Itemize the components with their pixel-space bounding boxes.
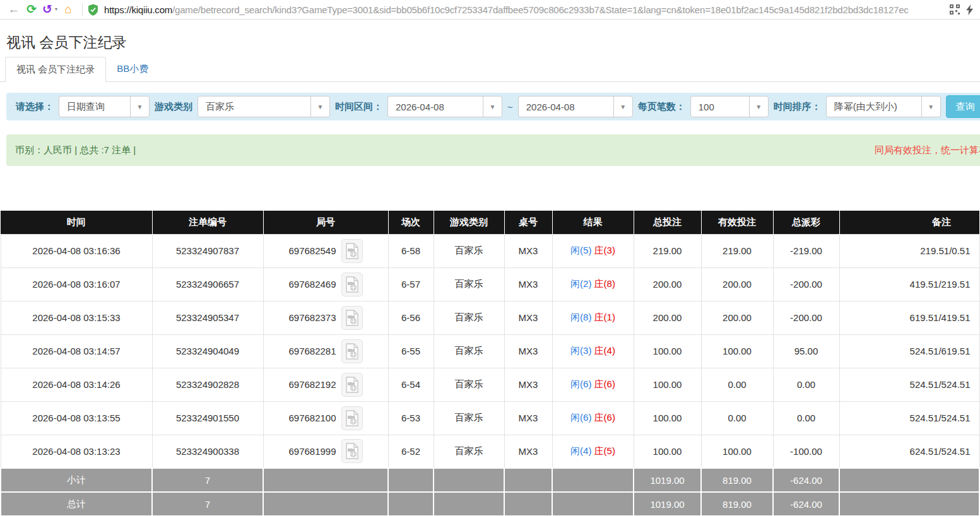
cell-bet-id: 523324907837 <box>152 234 263 267</box>
cell-total-bet: 100.00 <box>634 435 701 468</box>
cell-valid-bet: 200.00 <box>701 267 773 301</box>
result-player: 闲(6) <box>570 378 591 389</box>
date-from-select[interactable]: 2026-04-08 ▼ <box>387 96 502 117</box>
cell-empty <box>263 468 388 492</box>
cell-remark: 619.51/419.51 <box>839 301 979 334</box>
video-replay-button[interactable] <box>341 273 363 296</box>
cell-round: 697682469 <box>263 267 388 301</box>
cell-payout: 95.00 <box>773 334 839 368</box>
cell-summary-payout: -624.00 <box>773 468 839 492</box>
cell-bet-id: 523324906657 <box>152 267 263 301</box>
bet-records-table: 时间注单编号局号场次游戏类别桌号结果总投注有效投注总派彩备注 2026-04-0… <box>0 211 980 516</box>
column-header: 备注 <box>839 211 979 234</box>
date-to-select[interactable]: 2026-04-08 ▼ <box>518 96 633 117</box>
cell-table-no: MX3 <box>504 334 552 368</box>
video-replay-button[interactable] <box>341 406 363 430</box>
tab-video-bet-records[interactable]: 视讯 会员下注纪录 <box>5 57 106 82</box>
round-number: 697682469 <box>288 279 336 290</box>
sort-select[interactable]: 降幂(由大到小) ▼ <box>826 96 941 117</box>
toolbar-divider <box>82 3 83 16</box>
cell-empty <box>504 492 552 516</box>
column-header: 总投注 <box>634 211 701 234</box>
back-icon[interactable]: ← <box>5 0 23 19</box>
cell-game-type: 百家乐 <box>434 401 504 435</box>
result-banker: 庄(4) <box>594 345 615 356</box>
game-type-label: 游戏类别 <box>155 101 192 113</box>
table-row: 2026-04-08 03:14:57523324904049697682281… <box>1 334 979 368</box>
lightning-icon[interactable] <box>966 4 974 15</box>
cell-table-no: MX3 <box>504 267 552 301</box>
round-number: 697682373 <box>288 312 336 323</box>
table-row: 2026-04-08 03:15:33523324905347697682373… <box>1 301 979 334</box>
chevron-down-icon: ▼ <box>921 97 940 117</box>
undo-icon[interactable]: ↺ <box>40 0 54 19</box>
video-replay-button[interactable] <box>341 373 363 397</box>
video-file-icon <box>345 443 359 459</box>
page-size-label: 每页笔数： <box>638 101 685 113</box>
cell-payout: -100.00 <box>773 435 839 468</box>
cell-table-no: MX3 <box>504 301 552 334</box>
cell-empty <box>263 492 388 516</box>
currency-total-text: 币别：人民币 | 总共 :7 注单 | <box>15 144 136 156</box>
cell-time: 2026-04-08 03:14:57 <box>1 334 152 368</box>
cell-round: 697682100 <box>263 401 388 435</box>
page-size-select[interactable]: 100 ▼ <box>690 96 769 117</box>
query-type-select[interactable]: 日期查询 ▼ <box>59 96 150 117</box>
cell-remark: 524.51/524.51 <box>839 368 979 401</box>
cell-bet-id: 523324905347 <box>152 301 263 334</box>
table-row: 2026-04-08 03:13:23523324900338697681999… <box>1 435 979 468</box>
cell-session: 6-53 <box>388 401 434 435</box>
cell-empty <box>504 468 552 492</box>
page-title: 视讯 会员下注纪录 <box>6 33 980 52</box>
reload-icon[interactable]: ⟳ <box>23 0 40 19</box>
video-file-icon <box>345 310 359 326</box>
cell-summary-label: 总计 <box>1 492 152 516</box>
cell-result: 闲(5) 庄(3) <box>552 234 634 267</box>
page-size-value: 100 <box>691 97 749 117</box>
home-icon[interactable]: ⌂ <box>59 0 77 19</box>
query-type-value: 日期查询 <box>59 97 130 117</box>
browser-toolbar: ← ⟳ ↺ ▾ ⌂ https://kiqiiu.com/game/betrec… <box>0 0 980 20</box>
cell-payout: -219.00 <box>773 234 839 267</box>
cell-session: 6-56 <box>388 301 434 334</box>
address-bar[interactable]: https://kiqiiu.com/game/betrecord_search… <box>88 4 946 16</box>
cell-table-no: MX3 <box>504 234 552 267</box>
result-banker: 庄(1) <box>594 312 615 322</box>
video-replay-button[interactable] <box>341 306 363 330</box>
bet-table-body: 2026-04-08 03:16:36523324907837697682549… <box>1 234 979 468</box>
cell-valid-bet: 200.00 <box>701 301 773 334</box>
cell-remark: 524.51/524.51 <box>839 401 979 435</box>
cell-game-type: 百家乐 <box>434 368 504 401</box>
table-row: 2026-04-08 03:16:36523324907837697682549… <box>1 234 979 267</box>
cell-game-type: 百家乐 <box>434 334 504 368</box>
cell-result: 闲(3) 庄(4) <box>552 334 634 368</box>
undo-dropdown-caret-icon[interactable]: ▾ <box>53 0 59 19</box>
video-replay-button[interactable] <box>341 239 363 263</box>
cell-round: 697682549 <box>263 234 388 267</box>
cell-session: 6-52 <box>388 435 434 468</box>
table-row: 2026-04-08 03:13:55523324901550697682100… <box>1 401 979 435</box>
result-banker: 庄(6) <box>594 378 615 389</box>
url-text: https://kiqiiu.com/game/betrecord_search… <box>104 4 909 15</box>
cell-empty <box>839 492 979 516</box>
cell-valid-bet: 0.00 <box>701 401 773 435</box>
cell-result: 闲(6) 庄(6) <box>552 401 634 435</box>
cell-empty <box>839 468 979 492</box>
video-replay-button[interactable] <box>341 339 363 363</box>
cell-bet-id: 523324902828 <box>152 368 263 401</box>
round-number: 697682100 <box>288 413 336 423</box>
cell-summary-valid-bet: 819.00 <box>701 468 773 492</box>
cell-summary-count: 7 <box>152 468 263 492</box>
search-button[interactable]: 查询 <box>946 95 980 118</box>
cell-round: 697681999 <box>263 435 388 468</box>
cell-empty <box>552 492 634 516</box>
tab-bb-tip[interactable]: BB小费 <box>106 57 159 81</box>
qr-code-icon[interactable] <box>950 4 960 15</box>
cell-game-type: 百家乐 <box>434 301 504 334</box>
cell-empty <box>552 468 634 492</box>
round-number: 697682549 <box>288 245 336 256</box>
cell-total-bet: 200.00 <box>634 301 701 334</box>
video-replay-button[interactable] <box>341 439 363 463</box>
table-footer: 小计71019.00819.00-624.00总计71019.00819.00-… <box>1 468 979 516</box>
game-type-select[interactable]: 百家乐 ▼ <box>198 96 330 117</box>
